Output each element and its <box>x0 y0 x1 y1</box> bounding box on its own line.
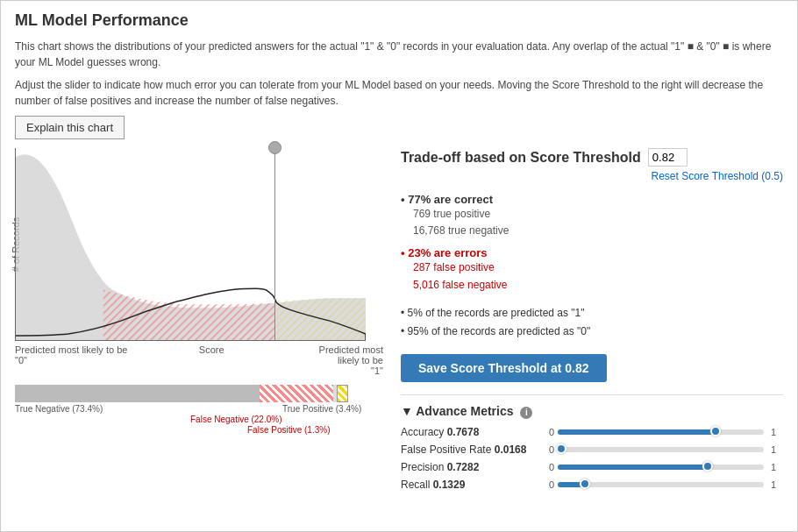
reset-link[interactable]: Reset Score Threshold (0.5) <box>401 170 783 182</box>
info-icon[interactable]: i <box>520 407 532 419</box>
metrics-table: Accuracy 0.7678 0 1 False Positive Rate … <box>401 426 783 491</box>
metric-name-3: Recall 0.1329 <box>401 479 537 491</box>
chart-labels: Predicted most likely to be"0" Score Pre… <box>15 344 383 376</box>
metric-zero-2: 0 <box>537 462 554 472</box>
advance-metrics-title[interactable]: ▼ Advance Metrics i <box>401 404 783 419</box>
false-positive-label: False Positive (1.3%) <box>247 425 330 435</box>
metric-name-2: Precision 0.7282 <box>401 461 537 473</box>
metric-name-1: False Positive Rate 0.0168 <box>401 443 537 456</box>
metric-row-2: Precision 0.7282 0 1 <box>401 461 783 473</box>
metric-row-1: False Positive Rate 0.0168 0 1 <box>401 443 783 456</box>
true-negative-stat: 16,768 true negative <box>401 223 783 239</box>
false-negative-label: False Negative (22.0%) <box>190 415 282 424</box>
metric-slider-0[interactable] <box>558 429 764 435</box>
correct-pct: 77% are correct <box>401 193 783 206</box>
metric-slider-1[interactable] <box>558 447 764 452</box>
threshold-line[interactable] <box>274 148 275 340</box>
metric-zero-0: 0 <box>537 427 554 437</box>
errors-pct: 23% are errors <box>401 246 783 259</box>
page-title: ML Model Performance <box>15 11 783 30</box>
bar-false-negative <box>260 385 333 402</box>
metric-row-3: Recall 0.1329 0 1 <box>401 479 783 491</box>
metric-one-2: 1 <box>771 462 783 472</box>
metric-slider-2[interactable] <box>558 465 764 470</box>
description-2: Adjust the slider to indicate how much e… <box>15 77 783 109</box>
metric-slider-3[interactable] <box>558 482 764 487</box>
metric-zero-3: 0 <box>537 479 554 490</box>
predict-stats: 5% of the records are predicted as "1" 9… <box>401 304 783 342</box>
save-threshold-button[interactable]: Save Score Threshold at 0.82 <box>401 354 607 382</box>
bar-legend: True Negative (73.4%) True Positive (3.4… <box>15 385 383 436</box>
right-panel: Trade-off based on Score Threshold Reset… <box>401 148 783 496</box>
explain-chart-button[interactable]: Explain this chart <box>15 116 125 139</box>
advance-metrics: ▼ Advance Metrics i Accuracy 0.7678 0 1 … <box>401 394 783 491</box>
main-content-area: # of Records <box>15 148 783 496</box>
tradeoff-header: Trade-off based on Score Threshold <box>401 148 783 167</box>
false-negative-stat: 5,016 false negative <box>401 277 783 294</box>
true-positive-stat: 769 true positive <box>401 206 783 223</box>
advance-arrow-icon: ▼ <box>401 404 413 418</box>
main-container: ML Model Performance This chart shows th… <box>0 0 798 532</box>
false-positive-stat: 287 false positive <box>401 259 783 276</box>
true-positive-label: True Positive (3.4%) <box>282 404 361 414</box>
metric-name-0: Accuracy 0.7678 <box>401 426 537 438</box>
predict-0-stat: 95% of the records are predicted as "0" <box>401 323 783 342</box>
metric-row-0: Accuracy 0.7678 0 1 <box>401 426 783 438</box>
predict-1-stat: 5% of the records are predicted as "1" <box>401 304 783 323</box>
errors-section: 23% are errors 287 false positive 5,016 … <box>401 246 783 293</box>
metric-one-1: 1 <box>771 444 783 455</box>
metric-one-0: 1 <box>771 427 783 437</box>
chart-label-score: Score <box>199 344 224 376</box>
bar-true-positive <box>337 385 348 402</box>
chart-label-left: Predicted most likely to be"0" <box>15 344 127 376</box>
description-1: This chart shows the distributions of yo… <box>15 39 783 70</box>
metric-one-3: 1 <box>771 479 783 490</box>
progress-bar[interactable] <box>15 385 348 402</box>
chart-area: # of Records <box>15 148 383 496</box>
advance-title-text: Advance Metrics <box>416 404 513 418</box>
chart-svg <box>16 148 366 340</box>
metric-zero-1: 0 <box>537 444 554 455</box>
chart-wrapper <box>15 148 366 341</box>
bar-true-negative <box>15 385 260 402</box>
correct-section: 77% are correct 769 true positive 16,768… <box>401 193 783 239</box>
bar-labels: True Negative (73.4%) True Positive (3.4… <box>15 404 383 436</box>
chart-label-right: Predicted most likely to be"1" <box>296 344 383 376</box>
tradeoff-title: Trade-off based on Score Threshold <box>401 150 641 166</box>
true-negative-label: True Negative (73.4%) <box>15 404 103 414</box>
threshold-input[interactable] <box>648 148 688 167</box>
